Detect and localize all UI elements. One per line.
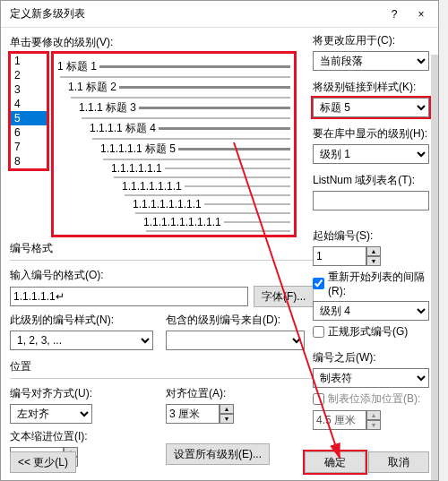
preview-line: 1.1.1 标题 3 bbox=[79, 100, 290, 116]
preview-line: 1 标题 1 bbox=[57, 59, 290, 74]
tab-add-label: 制表位添加位置(B): bbox=[328, 391, 420, 407]
level-item[interactable]: 8 bbox=[11, 154, 47, 168]
after-num-label: 编号之后(W): bbox=[313, 350, 429, 365]
section-format-title: 编号格式 bbox=[10, 242, 53, 254]
preview-pane: 1 标题 11.1 标题 21.1.1 标题 31.1.1.1 标题 41.1.… bbox=[53, 53, 295, 236]
spin-down-icon[interactable]: ▼ bbox=[220, 414, 234, 424]
legal-label: 正规形式编号(G) bbox=[328, 324, 408, 339]
right-column: 将更改应用于(C): 当前段落 将级别链接到样式(K): 标题 5 要在库中显示… bbox=[313, 33, 429, 439]
format-input[interactable] bbox=[10, 287, 248, 306]
level-item[interactable]: 9 bbox=[11, 168, 47, 169]
level-item[interactable]: 1 bbox=[11, 54, 47, 68]
level-item[interactable]: 5 bbox=[11, 111, 47, 125]
level-item[interactable]: 3 bbox=[11, 82, 47, 97]
level-item[interactable]: 4 bbox=[11, 97, 47, 111]
link-style-select[interactable]: 标题 5 bbox=[313, 98, 429, 117]
preview-line: 1.1.1.1.1.1.1.1.1 bbox=[143, 216, 290, 228]
apply-to-select[interactable]: 当前段落 bbox=[313, 51, 429, 71]
start-at-input[interactable] bbox=[313, 246, 366, 266]
ok-button[interactable]: 确定 bbox=[305, 451, 366, 473]
dialog: 定义新多级列表 ? × 单击要修改的级别(V): 123456789 1 标题 … bbox=[0, 0, 439, 481]
align-at-spinner[interactable]: ▲▼ bbox=[166, 404, 234, 424]
apply-to-label: 将更改应用于(C): bbox=[313, 33, 429, 48]
level-list[interactable]: 123456789 bbox=[10, 53, 47, 169]
preview-line: 1.1.1.1.1.1.1 bbox=[122, 180, 290, 193]
titlebar: 定义新多级列表 ? × bbox=[1, 1, 438, 28]
help-button[interactable]: ? bbox=[381, 2, 408, 27]
align-label: 编号对齐方式(U): bbox=[10, 386, 153, 401]
restart-select[interactable]: 级别 4 bbox=[313, 301, 429, 321]
link-style-label: 将级别链接到样式(K): bbox=[313, 80, 429, 95]
less-button[interactable]: << 更少(L) bbox=[10, 451, 76, 473]
decorative-edge bbox=[431, 55, 438, 480]
spin-down-icon: ▼ bbox=[366, 420, 381, 430]
style-this-label: 此级别的编号样式(N): bbox=[10, 313, 153, 328]
spin-down-icon[interactable]: ▼ bbox=[366, 256, 381, 266]
tab-add-spinner: ▲▼ bbox=[313, 410, 381, 430]
preview-line: 1.1.1.1.1.1 bbox=[111, 162, 290, 175]
start-at-spinner[interactable]: ▲▼ bbox=[313, 246, 381, 266]
legal-checkbox[interactable] bbox=[313, 326, 324, 338]
listnum-input[interactable] bbox=[313, 191, 429, 210]
restart-checkbox[interactable] bbox=[313, 278, 324, 289]
show-level-select[interactable]: 级别 1 bbox=[313, 144, 429, 164]
enter-format-label: 输入编号的格式(O): bbox=[10, 268, 314, 283]
preview-line: 1.1.1.1.1 标题 5 bbox=[100, 142, 290, 157]
restart-label: 重新开始列表的间隔(R): bbox=[328, 270, 429, 297]
font-button[interactable]: 字体(F)... bbox=[254, 286, 314, 307]
start-at-label: 起始编号(S): bbox=[313, 228, 429, 244]
dialog-title: 定义新多级列表 bbox=[4, 6, 381, 21]
section-position-title: 位置 bbox=[10, 359, 314, 374]
close-button[interactable]: × bbox=[408, 2, 435, 27]
content: 单击要修改的级别(V): 123456789 1 标题 11.1 标题 21.1… bbox=[1, 28, 438, 480]
cancel-button[interactable]: 取消 bbox=[368, 451, 429, 473]
align-at-label: 对齐位置(A): bbox=[166, 386, 305, 401]
style-this-select[interactable]: 1, 2, 3, ... bbox=[10, 331, 153, 350]
level-item[interactable]: 6 bbox=[11, 125, 47, 140]
spin-up-icon: ▲ bbox=[366, 410, 381, 420]
spin-up-icon[interactable]: ▲ bbox=[220, 404, 234, 414]
indent-at-label: 文本缩进位置(I): bbox=[10, 429, 153, 444]
include-from-select[interactable] bbox=[166, 331, 305, 350]
preview-line: 1.1 标题 2 bbox=[68, 80, 290, 95]
show-level-label: 要在库中显示的级别(H): bbox=[313, 126, 429, 142]
level-item[interactable]: 2 bbox=[11, 68, 47, 82]
preview-line: 1.1.1.1 标题 4 bbox=[90, 121, 290, 136]
align-select[interactable]: 左对齐 bbox=[10, 404, 92, 424]
align-at-input[interactable] bbox=[166, 404, 220, 424]
preview-line: 1.1.1.1.1.1.1.1 bbox=[133, 198, 290, 210]
spin-up-icon[interactable]: ▲ bbox=[366, 246, 381, 256]
tab-add-input bbox=[313, 410, 366, 430]
listnum-label: ListNum 域列表名(T): bbox=[313, 173, 429, 188]
after-num-select[interactable]: 制表符 bbox=[313, 368, 429, 388]
include-from-label: 包含的级别编号来自(D): bbox=[166, 313, 305, 328]
level-item[interactable]: 7 bbox=[11, 140, 47, 154]
tab-add-checkbox[interactable] bbox=[313, 393, 324, 405]
